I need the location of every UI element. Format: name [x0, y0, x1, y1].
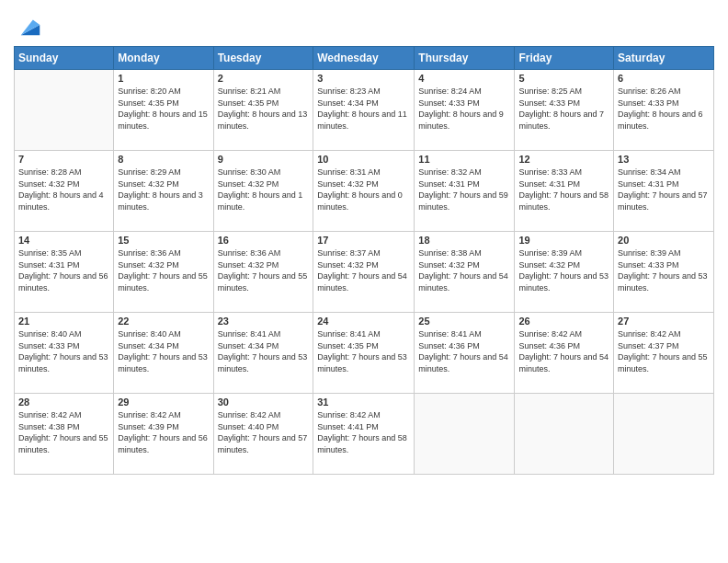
- calendar-cell: 8Sunrise: 8:29 AMSunset: 4:32 PMDaylight…: [114, 151, 213, 232]
- day-number: 9: [218, 154, 310, 165]
- page: SundayMondayTuesdayWednesdayThursdayFrid…: [0, 0, 728, 563]
- day-number: 14: [18, 235, 109, 246]
- calendar-week-row: 14Sunrise: 8:35 AMSunset: 4:31 PMDayligh…: [15, 232, 714, 313]
- calendar-cell: 22Sunrise: 8:40 AMSunset: 4:34 PMDayligh…: [114, 313, 213, 394]
- day-info: Sunrise: 8:21 AMSunset: 4:35 PMDaylight:…: [218, 86, 310, 132]
- calendar-cell: 7Sunrise: 8:28 AMSunset: 4:32 PMDaylight…: [15, 151, 114, 232]
- calendar-cell: 18Sunrise: 8:38 AMSunset: 4:32 PMDayligh…: [415, 232, 515, 313]
- day-number: 8: [118, 154, 209, 165]
- calendar-cell: [515, 394, 614, 475]
- day-info: Sunrise: 8:24 AMSunset: 4:33 PMDaylight:…: [418, 86, 510, 132]
- calendar-cell: [614, 394, 714, 475]
- day-info: Sunrise: 8:26 AMSunset: 4:33 PMDaylight:…: [618, 86, 710, 132]
- day-info: Sunrise: 8:42 AMSunset: 4:39 PMDaylight:…: [118, 409, 209, 455]
- day-number: 18: [418, 235, 510, 246]
- calendar-cell: 27Sunrise: 8:42 AMSunset: 4:37 PMDayligh…: [614, 313, 714, 394]
- calendar-week-row: 28Sunrise: 8:42 AMSunset: 4:38 PMDayligh…: [15, 394, 714, 475]
- calendar-cell: 14Sunrise: 8:35 AMSunset: 4:31 PMDayligh…: [15, 232, 114, 313]
- calendar-cell: 5Sunrise: 8:25 AMSunset: 4:33 PMDaylight…: [515, 70, 614, 151]
- day-number: 19: [518, 235, 609, 246]
- header: [14, 9, 714, 39]
- day-info: Sunrise: 8:42 AMSunset: 4:36 PMDaylight:…: [518, 328, 609, 374]
- calendar-cell: 25Sunrise: 8:41 AMSunset: 4:36 PMDayligh…: [415, 313, 515, 394]
- calendar-cell: 24Sunrise: 8:41 AMSunset: 4:35 PMDayligh…: [313, 313, 415, 394]
- day-number: 7: [18, 154, 109, 165]
- calendar-header-row: SundayMondayTuesdayWednesdayThursdayFrid…: [15, 47, 714, 70]
- calendar-cell: 23Sunrise: 8:41 AMSunset: 4:34 PMDayligh…: [213, 313, 313, 394]
- day-info: Sunrise: 8:41 AMSunset: 4:34 PMDaylight:…: [218, 328, 310, 374]
- calendar-table: SundayMondayTuesdayWednesdayThursdayFrid…: [14, 46, 714, 475]
- day-number: 11: [418, 154, 510, 165]
- day-number: 3: [317, 73, 410, 84]
- day-number: 2: [218, 73, 310, 84]
- calendar-cell: 2Sunrise: 8:21 AMSunset: 4:35 PMDaylight…: [213, 70, 313, 151]
- day-info: Sunrise: 8:41 AMSunset: 4:35 PMDaylight:…: [317, 328, 410, 374]
- calendar-cell: 29Sunrise: 8:42 AMSunset: 4:39 PMDayligh…: [114, 394, 213, 475]
- day-info: Sunrise: 8:31 AMSunset: 4:32 PMDaylight:…: [317, 167, 410, 213]
- calendar-week-row: 21Sunrise: 8:40 AMSunset: 4:33 PMDayligh…: [15, 313, 714, 394]
- calendar-week-row: 7Sunrise: 8:28 AMSunset: 4:32 PMDaylight…: [15, 151, 714, 232]
- calendar-cell: 21Sunrise: 8:40 AMSunset: 4:33 PMDayligh…: [15, 313, 114, 394]
- day-info: Sunrise: 8:36 AMSunset: 4:32 PMDaylight:…: [118, 247, 209, 293]
- day-info: Sunrise: 8:40 AMSunset: 4:34 PMDaylight:…: [118, 328, 209, 374]
- day-number: 25: [418, 316, 510, 327]
- day-info: Sunrise: 8:42 AMSunset: 4:41 PMDaylight:…: [317, 409, 410, 455]
- calendar-cell: 9Sunrise: 8:30 AMSunset: 4:32 PMDaylight…: [213, 151, 313, 232]
- calendar-cell: 15Sunrise: 8:36 AMSunset: 4:32 PMDayligh…: [114, 232, 213, 313]
- day-number: 26: [518, 316, 609, 327]
- calendar-cell: 16Sunrise: 8:36 AMSunset: 4:32 PMDayligh…: [213, 232, 313, 313]
- weekday-header-saturday: Saturday: [614, 47, 714, 70]
- day-number: 23: [218, 316, 310, 327]
- day-info: Sunrise: 8:42 AMSunset: 4:38 PMDaylight:…: [18, 409, 109, 455]
- calendar-cell: 3Sunrise: 8:23 AMSunset: 4:34 PMDaylight…: [313, 70, 415, 151]
- logo: [14, 13, 43, 39]
- day-info: Sunrise: 8:33 AMSunset: 4:31 PMDaylight:…: [518, 167, 609, 213]
- day-number: 15: [118, 235, 209, 246]
- calendar-cell: 10Sunrise: 8:31 AMSunset: 4:32 PMDayligh…: [313, 151, 415, 232]
- day-number: 29: [118, 396, 209, 408]
- calendar-cell: 4Sunrise: 8:24 AMSunset: 4:33 PMDaylight…: [415, 70, 515, 151]
- day-info: Sunrise: 8:40 AMSunset: 4:33 PMDaylight:…: [18, 328, 109, 374]
- calendar-week-row: 1Sunrise: 8:20 AMSunset: 4:35 PMDaylight…: [15, 70, 714, 151]
- day-info: Sunrise: 8:39 AMSunset: 4:33 PMDaylight:…: [618, 247, 710, 293]
- day-info: Sunrise: 8:39 AMSunset: 4:32 PMDaylight:…: [518, 247, 609, 293]
- weekday-header-thursday: Thursday: [415, 47, 515, 70]
- calendar-cell: 6Sunrise: 8:26 AMSunset: 4:33 PMDaylight…: [614, 70, 714, 151]
- day-number: 22: [118, 316, 209, 327]
- day-number: 10: [317, 154, 410, 165]
- day-number: 1: [118, 73, 209, 84]
- calendar-cell: 1Sunrise: 8:20 AMSunset: 4:35 PMDaylight…: [114, 70, 213, 151]
- day-number: 20: [618, 235, 710, 246]
- calendar-cell: 13Sunrise: 8:34 AMSunset: 4:31 PMDayligh…: [614, 151, 714, 232]
- day-number: 21: [18, 316, 109, 327]
- weekday-header-friday: Friday: [515, 47, 614, 70]
- day-info: Sunrise: 8:42 AMSunset: 4:40 PMDaylight:…: [218, 409, 310, 455]
- day-info: Sunrise: 8:23 AMSunset: 4:34 PMDaylight:…: [317, 86, 410, 132]
- day-number: 30: [218, 396, 310, 408]
- calendar-cell: 11Sunrise: 8:32 AMSunset: 4:31 PMDayligh…: [415, 151, 515, 232]
- day-number: 12: [518, 154, 609, 165]
- calendar-cell: [15, 70, 114, 151]
- day-number: 24: [317, 316, 410, 327]
- day-info: Sunrise: 8:38 AMSunset: 4:32 PMDaylight:…: [418, 247, 510, 293]
- day-info: Sunrise: 8:20 AMSunset: 4:35 PMDaylight:…: [118, 86, 209, 132]
- weekday-header-tuesday: Tuesday: [213, 47, 313, 70]
- calendar-cell: 28Sunrise: 8:42 AMSunset: 4:38 PMDayligh…: [15, 394, 114, 475]
- day-number: 28: [18, 396, 109, 408]
- day-info: Sunrise: 8:37 AMSunset: 4:32 PMDaylight:…: [317, 247, 410, 293]
- calendar-cell: 31Sunrise: 8:42 AMSunset: 4:41 PMDayligh…: [313, 394, 415, 475]
- day-info: Sunrise: 8:41 AMSunset: 4:36 PMDaylight:…: [418, 328, 510, 374]
- weekday-header-wednesday: Wednesday: [313, 47, 415, 70]
- calendar-cell: 20Sunrise: 8:39 AMSunset: 4:33 PMDayligh…: [614, 232, 714, 313]
- day-info: Sunrise: 8:28 AMSunset: 4:32 PMDaylight:…: [18, 167, 109, 213]
- day-info: Sunrise: 8:25 AMSunset: 4:33 PMDaylight:…: [518, 86, 609, 132]
- day-info: Sunrise: 8:30 AMSunset: 4:32 PMDaylight:…: [218, 167, 310, 213]
- day-info: Sunrise: 8:42 AMSunset: 4:37 PMDaylight:…: [618, 328, 710, 374]
- calendar-cell: [415, 394, 515, 475]
- calendar-cell: 26Sunrise: 8:42 AMSunset: 4:36 PMDayligh…: [515, 313, 614, 394]
- day-info: Sunrise: 8:34 AMSunset: 4:31 PMDaylight:…: [618, 167, 710, 213]
- day-info: Sunrise: 8:35 AMSunset: 4:31 PMDaylight:…: [18, 247, 109, 293]
- day-info: Sunrise: 8:32 AMSunset: 4:31 PMDaylight:…: [418, 167, 510, 213]
- weekday-header-sunday: Sunday: [15, 47, 114, 70]
- day-number: 6: [618, 73, 710, 84]
